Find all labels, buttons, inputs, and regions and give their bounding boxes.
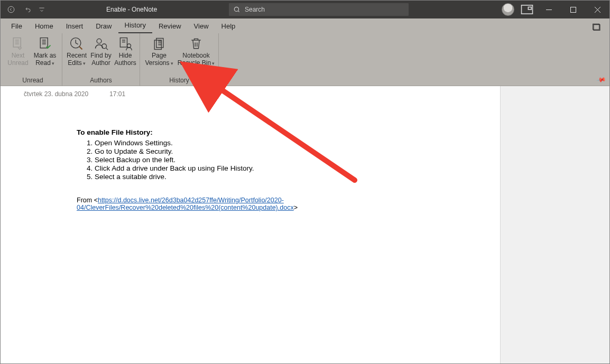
cmd-label: Next Unread — [7, 52, 28, 67]
cmd-label: Find by Author — [90, 52, 111, 67]
svg-point-0 — [8, 6, 14, 13]
page-next-icon — [11, 36, 25, 51]
ribbon: Next Unread Mark as Read▾ Unread Recent … — [1, 33, 609, 86]
group-label: Authors — [90, 76, 112, 86]
page-person-icon — [118, 36, 133, 51]
svg-rect-12 — [120, 38, 127, 48]
svg-point-1 — [234, 7, 238, 11]
full-page-view-icon[interactable] — [593, 23, 605, 33]
list-item: Click Add a drive under Back up using Fi… — [95, 164, 495, 172]
list-item: Select Backup on the left. — [95, 155, 495, 164]
cmd-label: Recent Edits▾ — [67, 52, 87, 67]
cmd-label: Page Versions▾ — [145, 52, 173, 67]
tab-file[interactable]: File — [5, 20, 29, 33]
list-item: Open Windows Settings. — [95, 138, 495, 147]
search-icon — [233, 6, 241, 13]
from-line: From <https://d.docs.live.net/26d3ba042d… — [77, 197, 389, 211]
list-item: Select a suitable drive. — [95, 172, 495, 181]
minimize-button[interactable] — [537, 1, 561, 18]
cmd-mark-as-read[interactable]: Mark as Read▾ — [30, 34, 60, 67]
cmd-hide-authors[interactable]: Hide Authors — [113, 34, 137, 67]
tab-home[interactable]: Home — [29, 20, 60, 33]
cmd-label: Hide Authors — [114, 52, 136, 67]
source-link[interactable]: https://d.docs.live.net/26d3ba042d257ffe… — [77, 197, 294, 211]
tab-history[interactable]: History — [118, 19, 152, 33]
title-bar: Enable - OneNote Search — [1, 1, 609, 18]
page-versions-icon — [152, 36, 167, 51]
tab-insert[interactable]: Insert — [60, 20, 90, 33]
page-date: čtvrtek 23. dubna 2020 — [24, 90, 88, 98]
trash-icon — [189, 36, 204, 51]
tab-review[interactable]: Review — [152, 20, 188, 33]
clock-edit-icon — [69, 36, 84, 51]
page-heading: To enable File History: — [77, 128, 495, 136]
cmd-find-by-author[interactable]: Find by Author — [89, 34, 113, 67]
person-search-icon — [94, 36, 108, 51]
undo-button[interactable] — [21, 2, 35, 17]
search-box[interactable]: Search — [229, 3, 409, 16]
cmd-label: Mark as Read▾ — [34, 52, 57, 67]
group-label: History — [169, 76, 189, 86]
tab-help[interactable]: Help — [215, 20, 242, 33]
page-time: 17:01 — [109, 90, 125, 98]
back-button[interactable] — [4, 2, 19, 17]
search-placeholder: Search — [245, 6, 265, 13]
tab-draw[interactable]: Draw — [89, 20, 118, 33]
svg-rect-3 — [528, 7, 531, 10]
svg-point-13 — [127, 44, 131, 48]
svg-rect-4 — [570, 7, 576, 12]
cmd-label: Notebook Recycle Bin▾ — [178, 52, 215, 67]
list-item: Go to Update & Security. — [95, 147, 495, 155]
svg-point-10 — [97, 39, 101, 43]
pin-ribbon-icon[interactable]: 📌 — [596, 74, 606, 85]
ribbon-group-unread: Next Unread Mark as Read▾ Unread — [1, 33, 62, 86]
tab-view[interactable]: View — [188, 20, 215, 33]
cmd-notebook-recycle-bin[interactable]: Notebook Recycle Bin▾ — [176, 34, 216, 67]
cmd-page-versions[interactable]: Page Versions▾ — [142, 34, 176, 67]
svg-rect-7 — [13, 38, 21, 48]
user-avatar[interactable] — [502, 3, 514, 16]
maximize-button[interactable] — [561, 1, 585, 18]
svg-point-11 — [102, 44, 107, 49]
window-title: Enable - OneNote — [106, 6, 157, 13]
ribbon-group-authors: Recent Edits▾ Find by Author Hide Author… — [62, 33, 140, 86]
tab-bar: File Home Insert Draw History Review Vie… — [1, 18, 609, 33]
page-canvas[interactable]: čtvrtek 23. dubna 2020 17:01 To enable F… — [1, 86, 501, 363]
page-list-panel[interactable] — [501, 86, 609, 363]
qat-dropdown[interactable] — [38, 2, 46, 17]
cmd-recent-edits[interactable]: Recent Edits▾ — [64, 34, 89, 67]
workspace: čtvrtek 23. dubna 2020 17:01 To enable F… — [1, 86, 609, 363]
close-button[interactable] — [585, 1, 609, 18]
ribbon-display-options[interactable] — [520, 2, 534, 17]
cmd-next-unread[interactable]: Next Unread — [6, 34, 30, 67]
group-label: Unread — [22, 76, 43, 86]
steps-list: Open Windows Settings. Go to Update & Se… — [77, 138, 495, 181]
page-check-icon — [38, 36, 52, 51]
ribbon-group-history: Page Versions▾ Notebook Recycle Bin▾ His… — [140, 33, 219, 86]
